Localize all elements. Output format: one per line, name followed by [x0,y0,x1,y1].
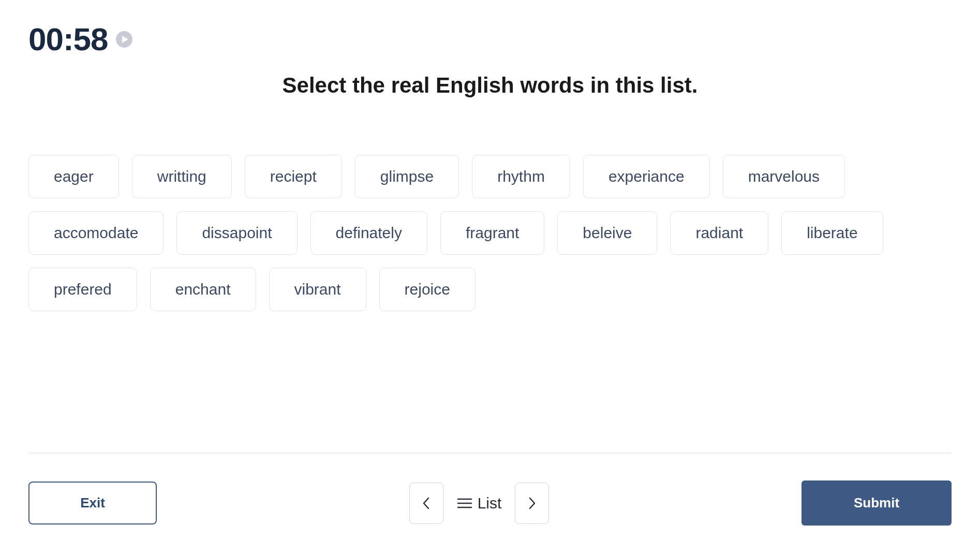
chevron-left-icon [421,496,432,511]
word-chip[interactable]: accomodate [28,211,164,255]
timer-display: 00:58 [28,21,108,57]
footer-row: Exit List Submit [28,480,952,526]
word-chip[interactable]: rhythm [472,155,570,198]
next-button[interactable] [515,483,549,524]
word-chip[interactable]: vibrant [269,268,366,311]
play-icon[interactable] [116,31,132,48]
list-label: List [478,494,502,512]
word-chip[interactable]: dissapoint [176,211,297,255]
nav-group: List [409,483,550,524]
word-chip[interactable]: writting [132,155,232,198]
word-chip[interactable]: beleive [557,211,657,255]
footer: Exit List Submit [28,453,952,526]
word-chip[interactable]: eager [28,155,119,198]
word-chip[interactable]: rejoice [379,268,476,311]
exit-button[interactable]: Exit [28,482,157,524]
word-chip[interactable]: fragrant [440,211,544,255]
word-chip[interactable]: reciept [245,155,342,198]
list-icon [457,497,472,509]
word-chip[interactable]: experiance [583,155,710,198]
word-chip[interactable]: enchant [150,268,256,311]
question-title: Select the real English words in this li… [28,73,952,98]
word-chip[interactable]: definately [310,211,427,255]
list-toggle[interactable]: List [453,494,506,512]
footer-divider [28,453,952,454]
words-container: eagerwrittingrecieptglimpserhythmexperia… [28,155,952,311]
word-chip[interactable]: radiant [670,211,768,255]
submit-button[interactable]: Submit [801,480,952,526]
prev-button[interactable] [409,483,443,524]
chevron-right-icon [527,496,537,511]
word-chip[interactable]: prefered [28,268,137,311]
timer-row: 00:58 [28,21,952,57]
word-chip[interactable]: marvelous [723,155,845,198]
word-chip[interactable]: liberate [781,211,883,255]
word-chip[interactable]: glimpse [355,155,459,198]
